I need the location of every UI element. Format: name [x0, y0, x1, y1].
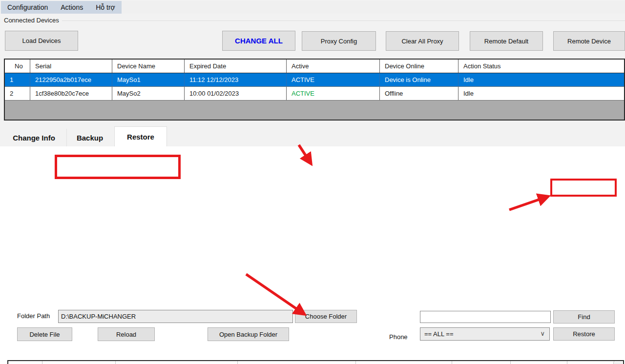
restore-panel: Folder Path D:\BACKUP-MiCHANGER Choose F…: [0, 146, 625, 364]
file-col-row-header[interactable]: [8, 361, 42, 364]
clear-all-proxy-button[interactable]: Clear All Proxy: [386, 31, 459, 51]
device-col-Serial[interactable]: Serial: [30, 60, 112, 73]
menu-configuration[interactable]: Configuration: [1, 1, 54, 14]
tab-backup[interactable]: Backup: [67, 129, 113, 146]
device-col-Action Status[interactable]: Action Status: [458, 60, 624, 73]
file-table-header: Created AtFile NameNoteEmailPhoneCustom …: [8, 361, 623, 364]
device-cell-expired: 10:00 01/02/2023: [185, 87, 287, 100]
device-table-body: 12122950a2b017eceMaySo111:12 12/12/2023A…: [5, 73, 624, 101]
find-button[interactable]: Find: [553, 310, 615, 324]
device-col-Expired Date[interactable]: Expired Date: [185, 60, 287, 73]
file-col-file-name[interactable]: File Name: [116, 361, 238, 364]
device-col-No[interactable]: No: [5, 60, 30, 73]
tab-strip: Change Info Backup Restore: [0, 126, 625, 146]
device-cell-active: ACTIVE: [287, 73, 380, 86]
device-cell-serial: 1cf38e80b20c7ece: [30, 87, 112, 100]
device-cell-expired: 11:12 12/12/2023: [185, 73, 287, 86]
device-cell-no: 2: [5, 87, 30, 100]
load-devices-button[interactable]: Load Devices: [5, 31, 78, 51]
phone-label: Phone: [389, 333, 408, 341]
phone-dropdown-value: == ALL ==: [424, 330, 454, 338]
device-col-Device Name[interactable]: Device Name: [112, 60, 185, 73]
device-row[interactable]: 12122950a2b017eceMaySo111:12 12/12/2023A…: [5, 73, 624, 87]
folder-path-field[interactable]: D:\BACKUP-MiCHANGER: [58, 310, 293, 323]
connected-devices-group-label: Connected Devices: [4, 17, 62, 24]
menu-actions[interactable]: Actions: [54, 1, 89, 14]
tab-restore[interactable]: Restore: [114, 126, 167, 146]
file-col-file-size[interactable]: File Size: [567, 361, 614, 364]
choose-folder-button[interactable]: Choose Folder: [295, 310, 357, 323]
restore-button[interactable]: Restore: [553, 327, 615, 341]
device-cell-status: Idle: [458, 73, 624, 86]
device-cell-no: 1: [5, 73, 30, 86]
menu-bar: Configuration Actions Hỗ trợ: [0, 1, 625, 14]
groupbox-border-line: [52, 20, 625, 21]
file-col-phone[interactable]: Phone: [452, 361, 511, 364]
remote-device-button[interactable]: Remote Device: [553, 31, 625, 51]
device-cell-status: Idle: [458, 87, 624, 100]
device-cell-serial: 2122950a2b017ece: [30, 73, 112, 86]
reload-button[interactable]: Reload: [98, 327, 155, 341]
device-row[interactable]: 21cf38e80b20c7eceMaySo210:00 01/02/2023A…: [5, 87, 624, 101]
remote-default-button[interactable]: Remote Default: [470, 31, 543, 51]
vertical-scrollbar[interactable]: ∧ ∨: [613, 362, 622, 364]
device-table-header: NoSerialDevice NameExpired DateActiveDev…: [5, 60, 624, 73]
device-table: NoSerialDevice NameExpired DateActiveDev…: [4, 59, 625, 121]
device-col-Active[interactable]: Active: [287, 60, 380, 73]
chevron-down-icon: ∨: [540, 330, 545, 337]
device-cell-online: Device is Online: [380, 73, 458, 86]
device-col-Device Online[interactable]: Device Online: [380, 60, 458, 73]
file-col-email[interactable]: Email: [356, 361, 452, 364]
device-cell-online: Offline: [380, 87, 458, 100]
file-col-custom-packages[interactable]: Custom Packages: [511, 361, 567, 364]
proxy-config-button[interactable]: Proxy Config: [302, 31, 376, 51]
delete-file-button[interactable]: Delete File: [17, 327, 72, 341]
file-col-note[interactable]: Note: [238, 361, 356, 364]
find-input[interactable]: [420, 311, 551, 323]
menu-help[interactable]: Hỗ trợ: [89, 1, 122, 14]
top-panel: Configuration Actions Hỗ trợ Connected D…: [0, 0, 625, 146]
open-backup-folder-button[interactable]: Open Backup Folder: [208, 327, 289, 341]
file-col-created-at[interactable]: Created At: [42, 361, 116, 364]
change-all-button[interactable]: CHANGE ALL: [222, 31, 295, 51]
tab-change-info[interactable]: Change Info: [1, 129, 67, 146]
device-cell-active: ACTIVE: [287, 87, 380, 100]
device-cell-device_name: MaySo2: [112, 87, 185, 100]
scroll-up-icon[interactable]: ∧: [614, 362, 623, 364]
folder-path-label: Folder Path: [17, 312, 50, 320]
device-table-empty-area: [5, 101, 624, 120]
device-cell-device_name: MaySo1: [112, 73, 185, 86]
file-table: Created AtFile NameNoteEmailPhoneCustom …: [7, 360, 624, 364]
menu-group: Configuration Actions Hỗ trợ: [1, 1, 122, 14]
phone-dropdown[interactable]: == ALL == ∨: [420, 327, 550, 341]
